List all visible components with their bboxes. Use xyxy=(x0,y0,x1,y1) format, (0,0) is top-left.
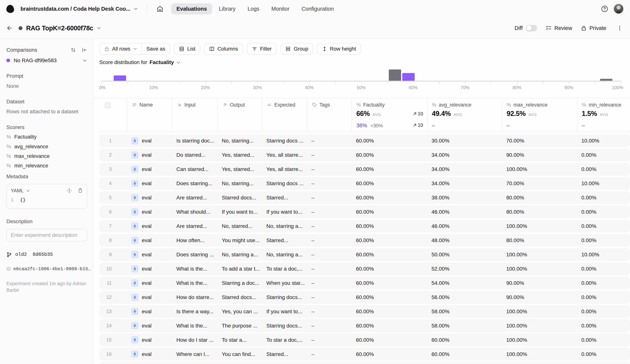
score-cell: 56.00% xyxy=(427,294,502,300)
score-distribution-chart[interactable]: 0%10%20%30%40%50%60%70%80%90%100% xyxy=(99,66,621,92)
description-placeholder: Enter experiment description xyxy=(11,232,77,238)
select-all-checkbox[interactable] xyxy=(105,102,110,108)
scorer-item-min-relevance[interactable]: %min_relevance xyxy=(6,163,87,169)
tab-monitor[interactable]: Monitor xyxy=(266,3,294,14)
metadata-format-chevron-icon[interactable] xyxy=(26,189,30,193)
input-cell: Where can I... xyxy=(172,351,217,357)
table-row-9[interactable]: 9evalDoes starring ...No, starring a...N… xyxy=(99,248,630,261)
experiment-title[interactable]: RAG TopK=2-6000f78c xyxy=(26,24,93,32)
table-row-6[interactable]: 6evalWhat should...If you want to...If y… xyxy=(99,206,630,218)
avg-score: 49.4% xyxy=(432,110,451,118)
help-icon[interactable] xyxy=(599,3,610,14)
table-row-12[interactable]: 12evalHow do starre...Starred docs...Sta… xyxy=(99,291,630,304)
expected-cell: Starring docs ... xyxy=(262,138,307,144)
experiment-chevron-icon[interactable] xyxy=(96,26,101,30)
table-row-1[interactable]: 1evalIs starring doc...No, starring...St… xyxy=(99,134,630,147)
list-button[interactable]: List xyxy=(174,43,200,55)
row-height-button[interactable]: Row height xyxy=(317,43,361,55)
column-header-tags[interactable]: Tags xyxy=(307,98,352,132)
metadata-format-select[interactable]: YAML xyxy=(11,188,24,194)
score-cell: 60.00% xyxy=(352,308,427,314)
table-row-13[interactable]: 13evalIs there a way...Yes, you can ...I… xyxy=(99,305,630,318)
output-cell: Starring a doc... xyxy=(218,280,262,286)
column-header-factuality[interactable]: %Factuality66%AVG1036%+30%10 xyxy=(352,98,427,132)
copy-icon[interactable] xyxy=(78,188,83,193)
table-row-2[interactable]: 2evalDo starred...Yes, starred...Yes, al… xyxy=(99,149,630,161)
table-row-8[interactable]: 8evalHow often...You might use...Starred… xyxy=(99,234,630,246)
arrowout-icon xyxy=(222,102,227,108)
save-as-button[interactable]: Save as xyxy=(142,44,170,54)
score-cell: 38.00% xyxy=(427,194,502,201)
column-header-max-relevance[interactable]: %max_relevance92.5%AVG– xyxy=(502,98,577,132)
column-header-expected[interactable]: Expected xyxy=(262,98,307,132)
all-rows-label: All rows xyxy=(112,46,130,52)
all-rows-button[interactable]: All rows xyxy=(100,44,142,54)
table-row-5[interactable]: 5evalAre starred...Starred docs...Starre… xyxy=(99,191,630,204)
scorer-item-max-relevance[interactable]: %max_relevance xyxy=(6,153,87,159)
table-row-14[interactable]: 14evalWhat is the...The purpose ...Starr… xyxy=(99,319,630,332)
table-row-10[interactable]: 10evalWhat is the...To add a star t...To… xyxy=(99,262,630,275)
column-header-min-relevance[interactable]: %min_relevance1.5%AVG– xyxy=(577,98,630,132)
table-row-11[interactable]: 11evalWhat is the...Starring a doc...Whe… xyxy=(99,277,630,289)
axis-label: 70% xyxy=(460,85,469,90)
private-button[interactable]: Private xyxy=(581,25,606,31)
avg-unit: AVG xyxy=(454,112,462,117)
scorer-item-factuality[interactable]: %Factuality xyxy=(6,134,87,140)
table-row-partial xyxy=(99,362,630,364)
distribution-heading[interactable]: Score distribution for Factuality xyxy=(99,59,630,65)
collapse-panel-icon[interactable] xyxy=(82,47,87,53)
breadcrumb-chevron-icon[interactable] xyxy=(134,6,138,11)
column-header-output[interactable]: Output xyxy=(218,98,262,132)
output-cell: No, starring... xyxy=(218,180,262,186)
description-input[interactable]: Enter experiment description xyxy=(6,229,87,242)
diff-toggle[interactable] xyxy=(526,25,537,31)
table-row-4[interactable]: 4evalDoes starring...No, starring...Star… xyxy=(99,177,630,190)
back-arrow-icon[interactable] xyxy=(6,25,13,31)
eval-icon xyxy=(132,208,138,215)
review-button[interactable]: Review xyxy=(546,25,572,31)
columns-button[interactable]: Columns xyxy=(204,43,243,55)
tab-configuration[interactable]: Configuration xyxy=(296,3,339,14)
table-row-15[interactable]: 15evalHow do I star ...To star a...To st… xyxy=(99,334,630,346)
group-button[interactable]: Group xyxy=(280,43,313,55)
collapse-code-icon[interactable] xyxy=(67,188,72,193)
column-header-input[interactable]: Input xyxy=(172,98,217,132)
eval-icon xyxy=(132,265,138,272)
name-cell: eval xyxy=(127,251,172,258)
column-header-name[interactable]: Name xyxy=(127,98,172,132)
scorer-item-avg-relevance[interactable]: %avg_relevance xyxy=(6,144,87,150)
metadata-code[interactable]: {} xyxy=(20,197,26,202)
output-cell: You can find... xyxy=(218,351,262,357)
eval-icon xyxy=(132,351,138,358)
tags-cell: – xyxy=(307,138,352,144)
tags-cell: – xyxy=(307,223,352,229)
table-row-16[interactable]: 16evalWhere can I...You can find...Starr… xyxy=(99,348,630,360)
expected-cell: If you want to... xyxy=(262,209,307,215)
filter-button[interactable]: Filter xyxy=(247,43,276,55)
table-row-3[interactable]: 3evalCan starred...Yes, starred...Yes, a… xyxy=(99,163,630,176)
sort-icon[interactable] xyxy=(70,47,76,53)
breadcrumb[interactable]: braintrustdata.com / Coda Help Desk Coo.… xyxy=(20,6,130,12)
expected-cell: No, starring a... xyxy=(262,223,307,229)
table-row-7[interactable]: 7evalAre starred...No, starred...No, sta… xyxy=(99,220,630,232)
tab-logs[interactable]: Logs xyxy=(242,3,264,14)
column-header-avg-relevance[interactable]: %avg_relevance49.4%AVG– xyxy=(427,98,502,132)
input-cell: Are starred... xyxy=(172,223,217,229)
arrowin-icon xyxy=(177,102,182,108)
tab-library[interactable]: Library xyxy=(214,3,241,14)
more-menu-icon[interactable] xyxy=(617,25,623,31)
git-branch-row[interactable]: old2 8d65b35 xyxy=(6,252,87,258)
experiment-id-row[interactable]: ID e6caa2fc-1906-4be1-9909-b15… xyxy=(6,266,87,272)
home-icon[interactable] xyxy=(154,3,166,14)
comparison-experiment[interactable]: No RAG-df99e583 xyxy=(6,58,87,64)
axis-tick xyxy=(335,82,336,84)
metadata-editor[interactable]: YAML 1 {} xyxy=(6,184,87,209)
drill-count[interactable]: 10 xyxy=(412,111,423,116)
tab-evaluations[interactable]: Evaluations xyxy=(171,3,212,14)
distribution-label: Score distribution for xyxy=(99,59,147,65)
user-avatar[interactable] xyxy=(614,4,624,14)
drill-count[interactable]: 10 xyxy=(412,122,423,128)
score-cell: 30.00% xyxy=(427,138,502,144)
expected-cell: If you want to... xyxy=(262,308,307,314)
avg-score: 66% xyxy=(356,110,370,118)
